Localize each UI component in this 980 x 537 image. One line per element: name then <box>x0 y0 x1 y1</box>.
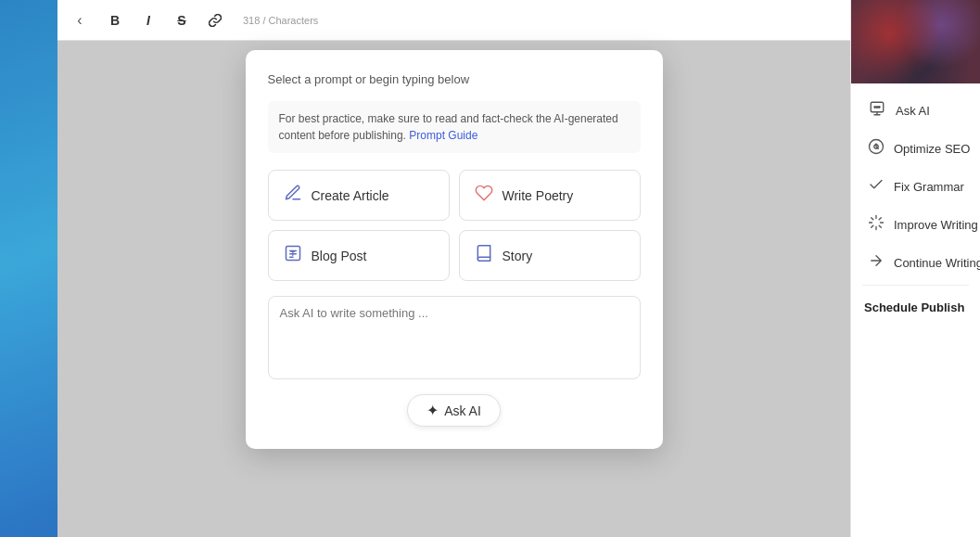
continue-writing-label: Continue Writing <box>894 256 980 270</box>
svg-point-7 <box>876 107 878 109</box>
schedule-publish-button[interactable]: Schedule Publish <box>851 289 980 326</box>
sidebar-divider <box>862 285 969 286</box>
ask-ai-sidebar-label: Ask AI <box>896 104 930 118</box>
bold-button[interactable]: B <box>102 7 128 33</box>
sidebar-menu: Ask AI Optimize SEO Fix Grammar <box>851 83 980 333</box>
ask-ai-button[interactable]: ✦ Ask AI <box>407 394 501 427</box>
blog-post-icon: T <box>284 244 302 267</box>
ai-prompt-textarea[interactable] <box>268 296 641 379</box>
ai-modal: Select a prompt or begin typing below Fo… <box>246 50 663 449</box>
ask-ai-icon <box>868 100 886 121</box>
link-button[interactable] <box>202 7 228 33</box>
sidebar-item-improve-writing[interactable]: Improve Writing <box>855 206 976 243</box>
sidebar-thumbnail <box>851 0 980 83</box>
fix-grammar-label: Fix Grammar <box>894 180 964 194</box>
continue-writing-icon <box>868 252 885 273</box>
modal-overlay: Select a prompt or begin typing below Fo… <box>57 41 850 537</box>
modal-title: Select a prompt or begin typing below <box>268 72 641 86</box>
optimize-seo-icon <box>868 138 885 159</box>
create-article-label: Create Article <box>312 188 389 203</box>
right-sidebar: Ask AI Optimize SEO Fix Grammar <box>850 0 980 537</box>
sparkle-icon: ✦ <box>426 402 439 419</box>
sidebar-item-optimize-seo[interactable]: Optimize SEO <box>855 130 976 167</box>
optimize-seo-label: Optimize SEO <box>894 142 970 156</box>
prompt-card-story[interactable]: Story <box>459 230 641 281</box>
fix-grammar-icon <box>868 176 885 197</box>
editor-area: ‹ B I S 318 / Characters Select a prompt… <box>57 0 850 537</box>
modal-notice: For best practice, make sure to read and… <box>268 101 641 153</box>
improve-writing-label: Improve Writing <box>894 218 978 232</box>
sidebar-item-ask-ai[interactable]: Ask AI <box>855 92 976 129</box>
blog-post-label: Blog Post <box>312 249 367 263</box>
improve-writing-icon <box>868 214 885 235</box>
prompt-card-write-poetry[interactable]: Write Poetry <box>459 170 641 221</box>
prompt-card-blog-post[interactable]: T Blog Post <box>268 230 450 281</box>
strikethrough-button[interactable]: S <box>169 7 195 33</box>
sidebar-item-fix-grammar[interactable]: Fix Grammar <box>855 168 976 205</box>
svg-text:T: T <box>290 249 295 258</box>
write-poetry-icon <box>475 184 493 207</box>
char-count: 318 / Characters <box>243 15 318 26</box>
toolbar: ‹ B I S 318 / Characters <box>57 0 850 41</box>
story-label: Story <box>503 249 533 263</box>
prompt-card-create-article[interactable]: Create Article <box>268 170 450 221</box>
svg-point-6 <box>874 107 876 109</box>
write-poetry-label: Write Poetry <box>503 188 574 203</box>
prompt-grid: Create Article Write Poetry <box>268 170 641 281</box>
prompt-guide-link[interactable]: Prompt Guide <box>409 129 477 142</box>
sidebar-image-inner <box>851 0 980 83</box>
story-icon <box>475 244 493 267</box>
editor-content: Select a prompt or begin typing below Fo… <box>57 41 850 537</box>
svg-line-18 <box>879 218 881 220</box>
svg-line-13 <box>872 218 873 220</box>
italic-button[interactable]: I <box>135 7 161 33</box>
sidebar-item-continue-writing[interactable]: Continue Writing <box>855 244 976 281</box>
create-article-icon <box>284 184 302 207</box>
svg-point-8 <box>879 107 881 109</box>
svg-line-14 <box>879 225 881 227</box>
svg-line-17 <box>872 225 873 227</box>
left-strip <box>0 0 57 537</box>
ask-ai-label: Ask AI <box>444 403 481 418</box>
back-button[interactable]: ‹ <box>69 9 91 32</box>
